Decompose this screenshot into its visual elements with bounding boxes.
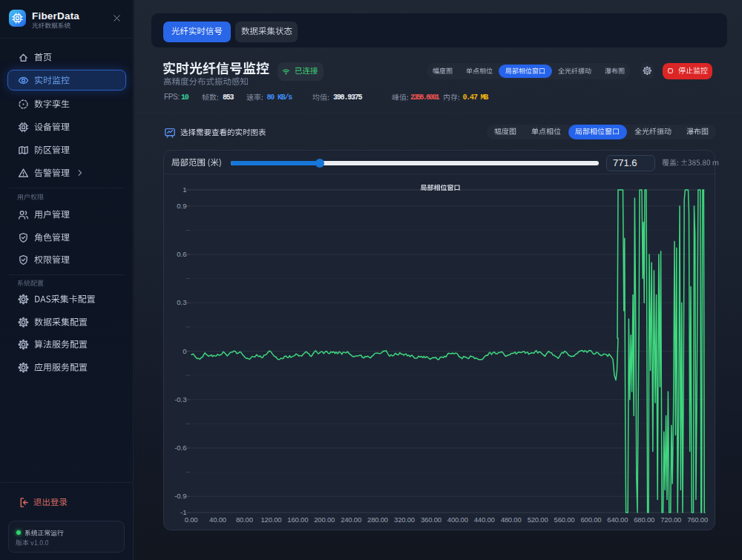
svg-text:200.00: 200.00 — [314, 515, 335, 524]
svg-text:80.00: 80.00 — [236, 515, 253, 524]
svg-text:0.00: 0.00 — [185, 515, 198, 524]
svg-text:440.00: 440.00 — [474, 515, 495, 524]
svg-text:480.00: 480.00 — [501, 515, 522, 524]
svg-text:0.3: 0.3 — [177, 298, 186, 306]
svg-text:360.00: 360.00 — [421, 515, 441, 524]
svg-text:320.00: 320.00 — [394, 515, 415, 524]
svg-text:-0.3: -0.3 — [174, 395, 186, 403]
svg-text:600.00: 600.00 — [580, 515, 601, 524]
svg-text:640.00: 640.00 — [607, 515, 628, 524]
svg-text:-0.9: -0.9 — [174, 492, 186, 500]
svg-text:680.00: 680.00 — [634, 515, 654, 524]
svg-text:40.00: 40.00 — [209, 515, 226, 524]
svg-text:0.6: 0.6 — [177, 250, 186, 258]
svg-text:1: 1 — [183, 185, 186, 194]
svg-text:240.00: 240.00 — [341, 515, 361, 524]
svg-text:120.00: 120.00 — [260, 515, 281, 524]
svg-text:720.00: 720.00 — [660, 515, 681, 524]
svg-text:560.00: 560.00 — [554, 515, 575, 524]
svg-text:160.00: 160.00 — [287, 515, 308, 524]
svg-text:0: 0 — [183, 347, 186, 355]
svg-text:280.00: 280.00 — [367, 515, 388, 524]
svg-text:-0.6: -0.6 — [174, 444, 186, 452]
svg-text:520.00: 520.00 — [528, 515, 548, 524]
svg-text:400.00: 400.00 — [447, 515, 468, 524]
svg-text:760.00: 760.00 — [687, 515, 708, 524]
svg-text:0.9: 0.9 — [177, 202, 186, 210]
